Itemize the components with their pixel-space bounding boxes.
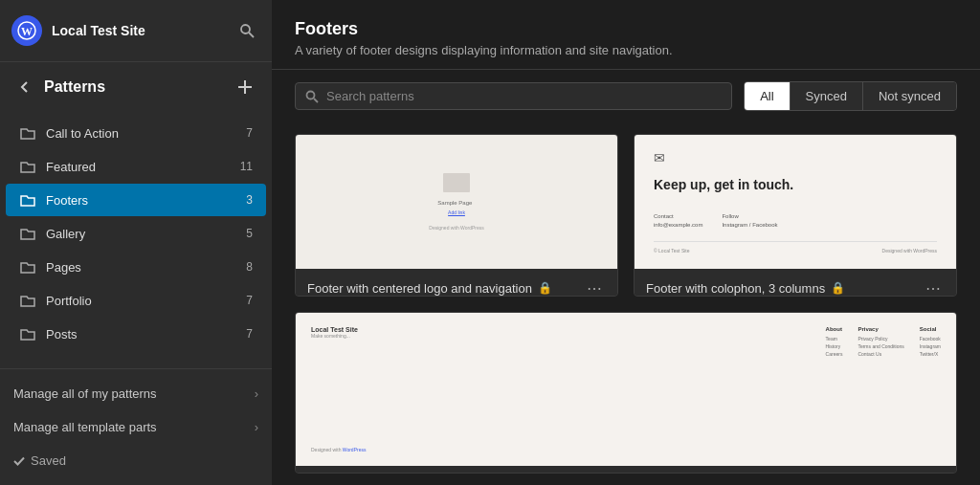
folder-icon <box>19 124 36 142</box>
check-icon <box>13 455 25 467</box>
sidebar: W Local Test Site Patterns <box>0 0 272 485</box>
svg-point-6 <box>307 91 315 99</box>
manage-template-parts-label: Manage all template parts <box>13 420 157 434</box>
filter-buttons: All Synced Not synced <box>744 81 957 111</box>
lock-icon: 🔒 <box>538 281 552 295</box>
manage-template-parts-link[interactable]: Manage all template parts › <box>0 410 272 444</box>
search-icon <box>305 90 319 103</box>
search-input[interactable] <box>326 89 722 103</box>
nav-item-count: 7 <box>246 294 253 307</box>
sidebar-item-posts[interactable]: Posts 7 <box>6 318 266 350</box>
pattern-preview: Local Test Site Make something... About … <box>296 313 956 466</box>
svg-point-2 <box>241 25 250 33</box>
pattern-card-footer: Footer with colophon, 4 columns 🔒 ⋯ <box>296 466 956 474</box>
more-options-button[interactable]: ⋯ <box>922 474 945 474</box>
nav-item-label: Gallery <box>46 227 236 241</box>
folder-icon-active <box>19 191 36 209</box>
svg-line-3 <box>249 33 254 37</box>
pattern-card-footer: Footer with centered logo and navigation… <box>296 269 617 297</box>
patterns-header: Patterns <box>0 62 272 112</box>
add-pattern-button[interactable] <box>232 74 258 100</box>
pattern-name: Footer with centered logo and navigation… <box>307 281 583 296</box>
folder-icon <box>19 325 36 342</box>
chevron-icon: › <box>255 420 258 434</box>
site-name: Local Test Site <box>52 23 224 38</box>
pattern-card-footer-colophon-3[interactable]: ✉ Keep up, get in touch. Contactinfo@exa… <box>634 134 957 297</box>
sidebar-item-call-to-action[interactable]: Call to Action 7 <box>6 117 266 149</box>
site-header: W Local Test Site <box>0 0 272 62</box>
filter-not-synced-button[interactable]: Not synced <box>863 82 956 110</box>
nav-item-label: Featured <box>46 160 231 174</box>
sidebar-item-portfolio[interactable]: Portfolio 7 <box>6 284 266 317</box>
pattern-preview: Sample Page Add link Designed with WordP… <box>296 135 617 269</box>
filter-synced-button[interactable]: Synced <box>791 82 863 110</box>
nav-list: Call to Action 7 Featured 11 Footers 3 <box>0 112 272 368</box>
nav-item-count: 7 <box>246 126 253 140</box>
manage-patterns-link[interactable]: Manage all of my patterns › <box>0 377 272 410</box>
nav-item-count: 8 <box>246 260 253 274</box>
pattern-card-footer-colophon-4[interactable]: Local Test Site Make something... About … <box>295 312 957 474</box>
page-header: Footers A variety of footer designs disp… <box>272 0 980 70</box>
filter-all-button[interactable]: All <box>745 82 790 110</box>
saved-status: Saved <box>0 444 272 477</box>
nav-item-count: 3 <box>246 193 253 207</box>
back-button[interactable] <box>13 76 36 99</box>
more-options-button[interactable]: ⋯ <box>922 276 945 297</box>
nav-item-count: 5 <box>246 227 253 240</box>
sidebar-item-footers[interactable]: Footers 3 <box>6 184 266 216</box>
main-content: Footers A variety of footer designs disp… <box>272 0 980 485</box>
wp-logo[interactable]: W <box>11 15 42 46</box>
pattern-card-footer: Footer with colophon, 3 columns 🔒 ⋯ <box>635 269 956 297</box>
search-box[interactable] <box>295 82 732 110</box>
nav-item-label: Footers <box>46 193 236 208</box>
more-options-button[interactable]: ⋯ <box>583 276 606 297</box>
pattern-name: Footer with colophon, 3 columns 🔒 <box>646 281 922 296</box>
svg-line-7 <box>314 99 318 102</box>
sidebar-item-featured[interactable]: Featured 11 <box>6 150 266 183</box>
saved-label: Saved <box>31 453 66 468</box>
patterns-grid: Sample Page Add link Designed with WordP… <box>272 122 980 485</box>
nav-item-count: 11 <box>240 160 253 173</box>
folder-icon <box>19 258 36 276</box>
page-title: Footers <box>295 19 957 39</box>
lock-icon: 🔒 <box>831 281 845 295</box>
search-icon[interactable] <box>234 17 260 44</box>
folder-icon <box>19 225 36 242</box>
sidebar-item-pages[interactable]: Pages 8 <box>6 251 266 283</box>
sidebar-item-gallery[interactable]: Gallery 5 <box>6 217 266 250</box>
folder-icon <box>19 158 36 175</box>
nav-item-label: Pages <box>46 260 236 275</box>
nav-item-label: Posts <box>46 327 236 342</box>
pattern-card-footer-centered[interactable]: Sample Page Add link Designed with WordP… <box>295 134 618 297</box>
toolbar: All Synced Not synced <box>272 70 980 122</box>
svg-text:W: W <box>21 25 33 38</box>
patterns-title: Patterns <box>44 78 224 96</box>
pattern-preview: ✉ Keep up, get in touch. Contactinfo@exa… <box>635 135 956 269</box>
folder-icon <box>19 292 36 309</box>
nav-item-label: Portfolio <box>46 294 236 308</box>
nav-item-count: 7 <box>246 327 253 341</box>
page-description: A variety of footer designs displaying i… <box>295 43 957 57</box>
manage-patterns-label: Manage all of my patterns <box>13 386 157 401</box>
nav-item-label: Call to Action <box>46 126 236 141</box>
chevron-icon: › <box>255 386 258 401</box>
sidebar-footer: Manage all of my patterns › Manage all t… <box>0 368 272 485</box>
